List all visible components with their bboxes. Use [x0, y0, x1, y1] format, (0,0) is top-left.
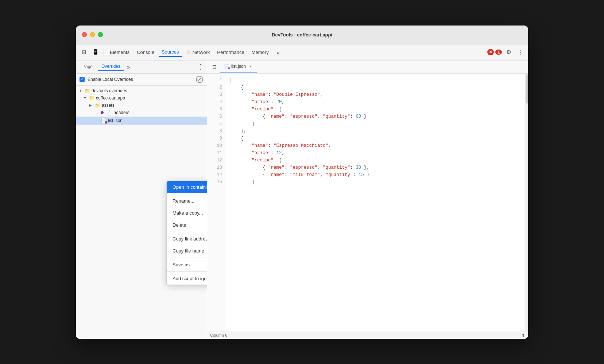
line-7: 7	[207, 120, 222, 128]
folder-name: devtools overrides	[92, 88, 127, 93]
scrollbar-thumb[interactable]	[526, 74, 528, 103]
toolbar-right: ✕ 1 ⚙ ⋮	[487, 47, 525, 57]
block-icon[interactable]	[196, 76, 203, 83]
status-right: ⬆	[521, 333, 525, 338]
line-15: 15	[207, 179, 222, 186]
line-2: 2	[207, 84, 222, 91]
line-8: 8	[207, 128, 222, 135]
separator	[167, 194, 207, 194]
folder-icon: 📁	[95, 103, 100, 108]
folder-icon: 📁	[85, 88, 90, 93]
code-area[interactable]: 1 2 3 4 5 6 7 8 9 10 11 12 13 14 15 [ {	[207, 74, 528, 332]
minimize-button[interactable]	[90, 32, 95, 37]
line-9: 9	[207, 135, 222, 142]
file-name: .headers	[112, 110, 129, 115]
ctx-ignore-list[interactable]: Add script to ignore list	[167, 273, 207, 285]
maximize-button[interactable]	[98, 32, 103, 37]
arrow-icon: ▼	[83, 96, 88, 100]
error-button[interactable]: ✕ 1	[487, 49, 502, 55]
editor-tab-list-json[interactable]: 📄 list.json ×	[220, 60, 257, 73]
close-button[interactable]	[82, 32, 87, 37]
folder-coffee-cart[interactable]: ▼ 📁 coffee-cart.app	[76, 94, 207, 102]
sidebar-tabs: Page Overrides » ⋮	[76, 60, 207, 74]
device-icon[interactable]: 📱	[90, 47, 101, 57]
separator	[167, 258, 207, 258]
expand-icon[interactable]: ⬆	[521, 333, 525, 338]
sidebar-kebab-icon[interactable]: ⋮	[197, 63, 204, 71]
tab-network[interactable]: ⚠ Network	[183, 48, 213, 56]
file-headers[interactable]: 📄 .headers	[76, 109, 207, 117]
devtools-window: DevTools - coffee-cart.app/ ⊞ 📱 Elements…	[76, 26, 528, 339]
more-tabs-icon[interactable]: »	[273, 47, 283, 57]
tab-file-icon-wrapper: 📄	[224, 64, 229, 69]
arrow-icon: ▶	[89, 103, 93, 107]
toolbar-divider	[104, 48, 104, 56]
main-content: Page Overrides » ⋮ ✓ Enable Local Overri…	[76, 60, 528, 339]
network-label: Network	[193, 50, 210, 55]
status-bar: Column 6 ⬆	[207, 332, 528, 339]
line-3: 3	[207, 91, 222, 98]
separator	[167, 232, 207, 232]
editor: ⊟ 📄 list.json × 1 2 3 4 5	[207, 60, 528, 339]
close-tab-button[interactable]: ×	[248, 64, 253, 69]
overrides-bar: ✓ Enable Local Overrides	[76, 74, 207, 86]
enable-overrides-checkbox[interactable]: ✓	[80, 77, 85, 82]
line-10: 10	[207, 142, 222, 149]
ctx-copy-link[interactable]: Copy link address	[167, 233, 207, 245]
arrow-icon: ▼	[79, 89, 83, 93]
tab-page[interactable]: Page	[79, 63, 96, 71]
line-12: 12	[207, 157, 222, 164]
folder-name: coffee-cart.app	[96, 95, 125, 101]
titlebar: DevTools - coffee-cart.app/	[76, 26, 528, 44]
tab-filename: list.json	[231, 64, 246, 69]
override-indicator	[105, 121, 108, 124]
tab-performance[interactable]: Performance	[214, 48, 247, 56]
sidebar-more-icon[interactable]: »	[127, 64, 130, 70]
folder-assets[interactable]: ▶ 📁 assets	[76, 102, 207, 109]
tab-overrides[interactable]: Overrides	[98, 62, 124, 71]
code-content[interactable]: [ { "name": "Double Espresso", "price": …	[225, 74, 525, 332]
tab-console[interactable]: Console	[134, 48, 157, 56]
ctx-copy-name[interactable]: Copy file name	[167, 245, 207, 257]
traffic-lights	[82, 32, 103, 37]
line-1: 1	[207, 77, 222, 84]
folder-icon: 📁	[89, 95, 94, 101]
error-count: 1	[495, 50, 502, 55]
cursor-position: Column 6	[210, 333, 227, 337]
tab-override-dot	[228, 67, 230, 69]
window-title: DevTools - coffee-cart.app/	[272, 32, 332, 38]
separator	[167, 271, 207, 272]
settings-icon[interactable]: ⚙	[503, 47, 514, 57]
inspect-icon[interactable]: ⊞	[79, 47, 89, 57]
error-icon: ✕	[487, 49, 494, 55]
context-menu: Open in containing folder Rename... Make…	[166, 181, 207, 285]
ctx-save-as[interactable]: Save as...	[167, 259, 207, 271]
editor-tabs: ⊟ 📄 list.json ×	[207, 60, 528, 74]
kebab-menu-icon[interactable]: ⋮	[515, 47, 525, 57]
ctx-rename[interactable]: Rename...	[167, 195, 207, 207]
file-list-json[interactable]: 📄 list.json	[76, 117, 207, 125]
line-11: 11	[207, 149, 222, 157]
ctx-open-containing-folder[interactable]: Open in containing folder	[167, 181, 207, 193]
line-4: 4	[207, 98, 222, 106]
tab-memory[interactable]: Memory	[249, 48, 272, 56]
tab-elements[interactable]: Elements	[107, 48, 132, 56]
ctx-delete[interactable]: Delete	[167, 219, 207, 231]
tab-sources[interactable]: Sources	[159, 48, 182, 57]
warning-icon: ⚠	[186, 49, 191, 55]
override-dot-icon	[101, 111, 104, 114]
file-name: list.json	[108, 118, 123, 123]
sidebar: Page Overrides » ⋮ ✓ Enable Local Overri…	[76, 60, 207, 339]
override-file-icon: 📄	[101, 118, 107, 124]
line-5: 5	[207, 106, 222, 113]
ctx-make-copy[interactable]: Make a copy...	[167, 207, 207, 219]
scrollbar[interactable]	[525, 74, 528, 332]
collapse-sidebar-icon[interactable]: ⊟	[209, 62, 220, 72]
folder-name: assets	[102, 103, 115, 108]
line-14: 14	[207, 171, 222, 179]
overrides-label: Enable Local Overrides	[88, 77, 133, 82]
folder-devtools-overrides[interactable]: ▼ 📁 devtools overrides	[76, 87, 207, 94]
file-icon: 📄	[105, 110, 111, 116]
line-numbers: 1 2 3 4 5 6 7 8 9 10 11 12 13 14 15	[207, 74, 225, 332]
line-6: 6	[207, 113, 222, 120]
